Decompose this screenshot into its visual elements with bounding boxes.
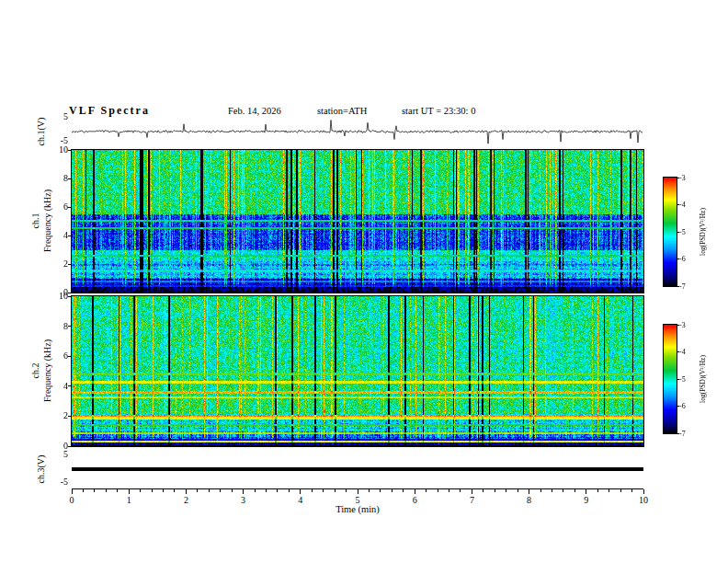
figure-title: VLF Spectra (69, 104, 150, 118)
x-minor-tick (392, 489, 392, 492)
x-minor-tick (163, 489, 164, 492)
x-minor-tick (483, 489, 483, 492)
ch3-ytick-label: 5 (50, 449, 68, 459)
ch1-ytick-label: 10 (50, 144, 68, 155)
x-tick-label: 3 (234, 495, 253, 505)
x-tick-label: 0 (63, 495, 81, 505)
ch2-ytick-label: 8 (50, 321, 68, 331)
colorbar-tick-label: -3 (679, 321, 686, 329)
x-major-tick (243, 489, 244, 494)
x-minor-tick (152, 489, 153, 492)
colorbar-tick-mark (677, 351, 679, 352)
colorbar-tick-mark (677, 259, 679, 259)
x-minor-tick (106, 489, 107, 492)
x-minor-tick (438, 489, 438, 492)
x-minor-tick (620, 489, 621, 492)
colorbar-tick-mark (677, 406, 679, 407)
ch2-ytick-label: 2 (50, 410, 68, 420)
ch2-ytick-mark (68, 296, 72, 297)
colorbar-tick-label: -7 (679, 430, 686, 438)
wave-ytick-label: 5 (50, 111, 68, 121)
x-major-tick (472, 489, 472, 494)
x-minor-tick (83, 489, 84, 492)
ch1-ytick-mark (68, 264, 72, 265)
ch2-ytick-label: 6 (50, 350, 68, 361)
x-major-tick (358, 489, 358, 494)
ch1-spectrogram-channel-label: ch.1 (30, 213, 40, 229)
x-minor-tick (346, 489, 347, 492)
figure-date: Feb. 14, 2026 (228, 106, 281, 116)
x-minor-tick (174, 489, 175, 492)
colorbar-tick-label: -5 (679, 375, 686, 384)
ch2-spectrogram-plot (72, 296, 643, 446)
ch1-ytick-mark (68, 178, 72, 179)
colorbar-tick-label: -6 (679, 402, 686, 410)
x-tick-label: 1 (119, 495, 138, 505)
x-major-tick (129, 489, 130, 494)
ch2-ytick-mark (68, 385, 72, 386)
x-minor-tick (289, 489, 290, 492)
ch1-waveform-ylabel: ch.1(V) (36, 118, 46, 146)
x-minor-tick (460, 489, 461, 492)
x-minor-tick (631, 489, 632, 492)
ch1-spectrogram-plot (72, 150, 643, 293)
colorbar-tick-label: -4 (679, 348, 686, 356)
x-minor-tick (255, 489, 256, 492)
x-minor-tick (380, 489, 381, 492)
x-minor-tick (506, 489, 506, 492)
x-major-tick (300, 489, 301, 494)
ch1-ytick-label: 8 (50, 173, 68, 183)
x-major-tick (529, 489, 529, 494)
colorbar-tick-label: -7 (679, 282, 686, 291)
x-minor-tick (495, 489, 495, 492)
ch1-colorbar (664, 178, 677, 286)
colorbar-tick-label: -3 (679, 174, 686, 182)
x-minor-tick (277, 489, 278, 492)
x-major-tick (586, 489, 586, 494)
x-minor-tick (552, 489, 552, 492)
ch1-ytick-label: 2 (50, 259, 68, 269)
ch2-ytick-mark (68, 326, 72, 327)
x-minor-tick (403, 489, 404, 492)
x-major-tick (415, 489, 415, 494)
ch1-ytick-mark (68, 293, 72, 293)
x-minor-tick (597, 489, 598, 492)
x-minor-tick (323, 489, 324, 492)
figure-start-ut: start UT = 23:30: 0 (402, 106, 475, 116)
colorbar-tick-mark (677, 379, 679, 380)
ch2-colorbar (664, 325, 677, 433)
figure-station: station=ATH (317, 106, 367, 116)
x-tick-label: 6 (405, 495, 424, 505)
x-minor-tick (449, 489, 449, 492)
ch2-spectrogram-channel-label: ch.2 (30, 363, 40, 379)
x-tick-label: 9 (577, 495, 596, 505)
ch3-ylabel: ch.3(V) (36, 455, 46, 484)
x-tick-label: 2 (176, 495, 195, 505)
x-minor-tick (266, 489, 267, 492)
ch1-ytick-mark (68, 207, 72, 208)
colorbar-tick-label: -4 (679, 201, 686, 209)
x-major-tick (72, 489, 73, 494)
colorbar-tick-mark (677, 433, 679, 434)
x-tick-label: 4 (291, 495, 310, 505)
ch2-colorbar-label: log(PSD)(V²/Hz) (699, 355, 707, 403)
x-minor-tick (426, 489, 427, 492)
wave-ytick-label: -5 (50, 135, 68, 145)
ch1-ytick-label: 4 (50, 230, 68, 240)
x-minor-tick (518, 489, 518, 492)
ch1-ytick-mark (68, 150, 72, 151)
x-minor-tick (369, 489, 370, 492)
x-minor-tick (140, 489, 141, 492)
vlf-spectra-figure: VLF Spectra Feb. 14, 2026 station=ATH st… (0, 0, 728, 563)
x-axis-label: Time (min) (321, 504, 394, 514)
ch3-flat-line (72, 467, 643, 471)
ch1-spectrogram-freq-label: Frequency (kHz) (42, 190, 52, 252)
x-minor-tick (574, 489, 575, 492)
x-tick-label: 8 (520, 495, 539, 505)
x-minor-tick (232, 489, 233, 492)
ch3-ytick-label: -5 (50, 477, 68, 487)
ch1-ytick-mark (68, 236, 72, 236)
x-minor-tick (540, 489, 541, 492)
colorbar-tick-mark (677, 286, 679, 287)
colorbar-tick-mark (677, 204, 679, 205)
